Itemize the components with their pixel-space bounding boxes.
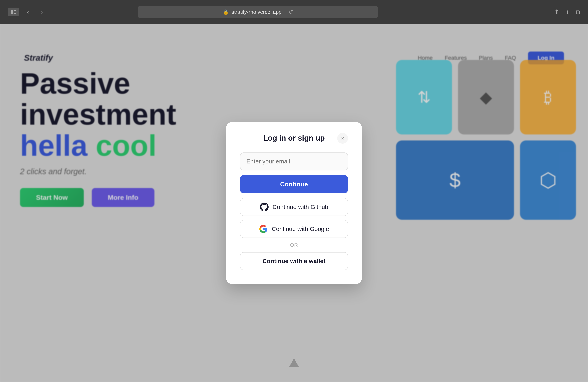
- github-label: Continue with Github: [273, 204, 328, 210]
- wallet-button[interactable]: Continue with a wallet: [240, 252, 348, 270]
- svg-rect-0: [11, 10, 13, 14]
- modal-overlay[interactable]: Log in or sign up × Continue Continue wi…: [0, 24, 588, 382]
- modal-close-button[interactable]: ×: [337, 133, 348, 144]
- share-icon[interactable]: ⬆: [554, 8, 559, 16]
- svg-rect-1: [14, 10, 16, 11]
- sidebar-toggle-button[interactable]: [8, 8, 19, 16]
- google-label: Continue with Google: [272, 226, 329, 232]
- forward-button[interactable]: ›: [37, 7, 47, 17]
- browser-chrome: ‹ › 🔒 stratify-rho.vercel.app ↺ ⬆ ＋ ⧉: [0, 0, 588, 24]
- modal-header: Log in or sign up ×: [240, 134, 348, 142]
- address-bar[interactable]: 🔒 stratify-rho.vercel.app ↺: [138, 6, 378, 18]
- divider-text: OR: [290, 242, 298, 248]
- reload-icon[interactable]: ↺: [288, 9, 293, 15]
- svg-rect-3: [14, 13, 16, 14]
- new-tab-icon[interactable]: ＋: [564, 8, 571, 16]
- auth-modal: Log in or sign up × Continue Continue wi…: [226, 122, 362, 284]
- github-icon: [260, 203, 269, 211]
- wallet-label: Continue with a wallet: [262, 258, 325, 265]
- svg-rect-2: [14, 12, 16, 12]
- divider: OR: [240, 242, 348, 248]
- browser-controls: ‹ ›: [8, 7, 47, 17]
- back-button[interactable]: ‹: [23, 7, 33, 17]
- github-button[interactable]: Continue with Github: [240, 198, 348, 216]
- email-input[interactable]: [240, 153, 348, 171]
- url-text: stratify-rho.vercel.app: [231, 9, 282, 15]
- browser-actions: ⬆ ＋ ⧉: [554, 8, 580, 16]
- google-button[interactable]: Continue with Google: [240, 220, 348, 238]
- lock-icon: 🔒: [223, 9, 229, 15]
- continue-button[interactable]: Continue: [240, 175, 348, 193]
- google-icon: [259, 225, 268, 233]
- modal-title: Log in or sign up: [263, 134, 325, 142]
- tabs-icon[interactable]: ⧉: [575, 8, 580, 16]
